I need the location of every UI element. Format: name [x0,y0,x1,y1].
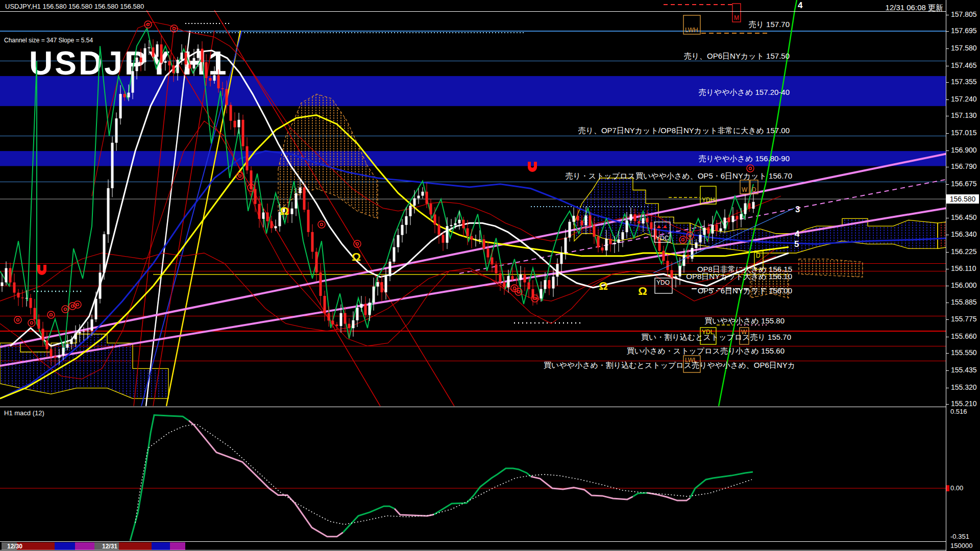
symbol-ohlc-line: USDJPY,H1 156.580 156.580 156.580 156.58… [5,3,144,10]
yellow-omega-marker: Ω [599,280,608,292]
channel-info-label: Channel size = 347 Slope = 5.54 [4,37,93,44]
price-tick: 156.900 [946,146,977,154]
red-u-marker [37,265,46,275]
yellow-omega-marker: Ω [280,205,289,217]
price-tick: 157.465 [946,61,977,69]
yellow-omega-marker: Ω [352,251,361,263]
price-tick: 155.435 [946,366,977,374]
price-tick: 157.695 [946,27,977,35]
annotation-label: 売りやや小さめ 157.20-40 [699,88,790,96]
price-tick: 156.000 [946,281,977,289]
wave-count-label: 5 [794,239,799,249]
pink-channel-lines [0,147,980,366]
timeline-segment [55,542,75,550]
macd-axis-label: 150000 [946,542,972,549]
wave-count-label: 4 [798,1,803,10]
timeline-segment [170,542,185,550]
macd-axis-label: 0.516 [946,408,967,415]
annotation-label: 売り 157.70 [749,20,790,29]
annotation-label: 買いやや小さめ 155.80 [704,316,785,325]
trading-chart-window: USDJPY H1LWHMYDHWDYDCDYDOYDLWLWLΩΩΩΩ売り 1… [0,0,980,551]
wave-count-label: 3 [795,205,800,214]
macd-axis-label: -0.351 [946,533,969,540]
price-tick: 157.130 [946,111,977,119]
price-tick: 155.775 [946,315,977,323]
price-tick: 156.450 [946,213,977,221]
annotation-label: 買いやや小さめ・割り込むとストップロス売りやや小さめ、OP6日NYカ [544,361,795,369]
timeline-segment [119,542,152,550]
svg-text:YDH: YDH [702,196,715,204]
svg-text:YDO: YDO [656,279,670,286]
price-tick: 156.225 [946,247,977,256]
yellow-omega-marker: Ω [638,285,647,297]
chart-canvas[interactable]: USDJPY H1LWHMYDHWDYDCDYDOYDLWLWLΩΩΩΩ売り 1… [0,0,980,551]
annotation-label: 買い小さめ・ストップロス売り小さめ 155.60 [627,346,785,355]
annotation-label: 売りやや小さめ 156.80-90 [699,154,790,163]
annotation-label: OP5・6日NYカット 156.00 [698,286,792,295]
annotation-label: 買い・割り込むとストップロス売り 155.70 [641,333,791,341]
annotation-label: 売り・ストップロス買いやや小さめ、OP5・6日NYカット 156.70 [565,171,792,180]
svg-text:YDC: YDC [656,235,669,242]
svg-text:D: D [752,186,756,193]
annotation-label: OP8日NYカット大きめ 156.10 [686,272,792,281]
price-tick: 156.340 [946,230,977,238]
timeline-segment [152,542,170,550]
macd-zero-marker [946,485,949,491]
price-tick: 156.110 [946,264,976,272]
price-tick: 156.790 [946,162,977,170]
macd-panel [0,415,946,541]
price-tick: 155.210 [946,399,977,408]
svg-text:D: D [756,252,761,259]
timeline-segment [75,542,94,550]
annotations: 売り 157.70売り、OP6日NYカット 157.50売りやや小さめ 157.… [544,1,803,369]
current-price-box: 156.580 [946,194,979,204]
svg-text:LWH: LWH [685,27,698,34]
svg-text:W: W [742,186,748,193]
price-tick: 157.240 [946,95,977,103]
price-tick: 155.320 [946,383,977,391]
price-tick: 157.805 [946,10,977,18]
timeline-bar: 12/3012/31 [0,542,946,550]
annotation-label: 売り、OP6日NYカット 157.50 [684,52,790,60]
timeline-segment [17,542,55,550]
price-axis[interactable]: 157.805157.695157.580157.465157.355157.2… [946,0,980,551]
price-tick: 157.580 [946,44,977,52]
timeline-date-label: 12/30 [7,543,22,550]
timeline-date-label: 12/31 [102,543,117,550]
price-bands [0,76,946,166]
update-timestamp: 12/31 06:08 更新 [886,3,943,13]
svg-text:M: M [734,14,739,21]
wave-count-label: 4 [795,229,800,239]
price-tick: 157.015 [946,129,977,137]
macd-panel-title: H1 macd (12) [4,409,44,417]
price-tick: 157.355 [946,78,977,86]
price-tick: 155.660 [946,332,977,340]
annotation-label: 売り、OP7日NYカット/OP8日NYカット非常に大きめ 157.00 [578,126,790,135]
price-tick: 155.885 [946,298,977,306]
price-tick: 155.550 [946,348,977,357]
price-tick: 156.675 [946,180,977,188]
